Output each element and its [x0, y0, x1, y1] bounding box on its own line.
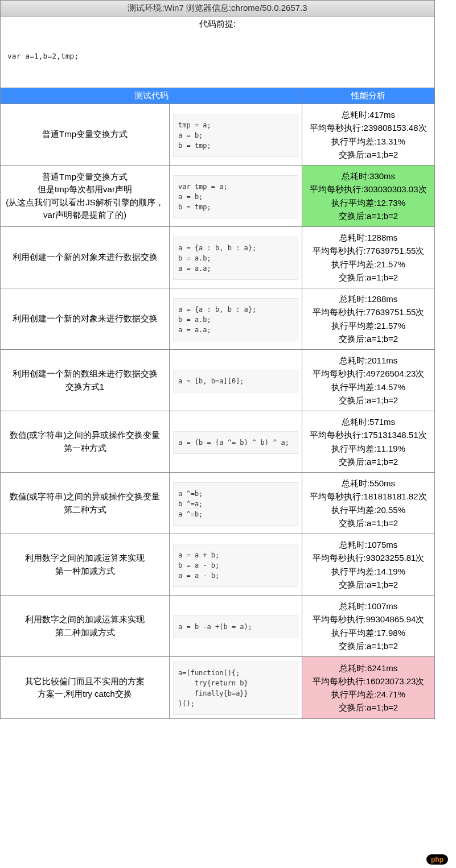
perf-after: 交换后:a=1;b=2 — [339, 516, 398, 530]
perf-per_sec: 平均每秒执行:16023073.23次 — [313, 675, 425, 688]
perf-per_sec: 平均每秒执行:303030303.03次 — [310, 183, 426, 196]
perf-cell: 总耗时:1075ms平均每秒执行:93023255.81次执行平均差:14.19… — [302, 534, 434, 595]
perf-avg_diff: 执行平均差:21.57% — [331, 319, 405, 332]
code-snippet: a = b -a +(b = a); — [173, 615, 298, 638]
code-cell: a = a + b; b = a - b; a = a - b; — [170, 534, 302, 595]
table-row: 普通Tmp变量交换方式tmp = a; a = b; b = tmp;总耗时:4… — [1, 104, 434, 166]
code-snippet: tmp = a; a = b; b = tmp; — [173, 114, 298, 157]
perf-after: 交换后:a=1;b=2 — [339, 578, 398, 591]
table-row: 普通Tmp变量交换方式 但是tmp每次都用var声明 (从这点我们可以看出JS解… — [1, 166, 434, 227]
perf-cell: 总耗时:417ms平均每秒执行:239808153.48次执行平均差:13.31… — [302, 104, 434, 165]
perf-cell: 总耗时:2011ms平均每秒执行:49726504.23次执行平均差:14.57… — [302, 350, 434, 411]
method-name: 数值(或字符串)之间的异或操作交换变量 第二种方式 — [1, 473, 170, 534]
perf-per_sec: 平均每秒执行:181818181.82次 — [310, 490, 426, 503]
code-snippet: a = {a : b, b : a}; b = a.b; a = a.a; — [173, 237, 298, 280]
method-name: 普通Tmp变量交换方式 但是tmp每次都用var声明 (从这点我们可以看出JS解… — [1, 166, 170, 226]
table-row: 利用创建一个新的对象来进行数据交换a = {a : b, b : a}; b =… — [1, 288, 434, 350]
perf-total: 总耗时:550ms — [342, 477, 395, 490]
method-name: 利用创建一个新的对象来进行数据交换 — [1, 288, 170, 349]
perf-total: 总耗时:1288ms — [339, 292, 398, 305]
perf-after: 交换后:a=1;b=2 — [339, 271, 398, 284]
environment-bar: 测试环境:Win7 浏览器信息:chrome/50.0.2657.3 — [1, 1, 434, 16]
perf-after: 交换后:a=1;b=2 — [339, 639, 398, 652]
table-row: 数值(或字符串)之间的异或操作交换变量 第二种方式a ^=b; b ^=a; a… — [1, 473, 434, 534]
code-cell: a = b -a +(b = a); — [170, 596, 302, 656]
code-cell: a = {a : b, b : a}; b = a.b; a = a.a; — [170, 288, 302, 349]
table-row: 数值(或字符串)之间的异或操作交换变量 第一种方式a = (b = (a ^= … — [1, 411, 434, 473]
perf-cell: 总耗时:571ms平均每秒执行:175131348.51次执行平均差:11.19… — [302, 411, 434, 472]
table-row: 利用创建一个新的对象来进行数据交换a = {a : b, b : a}; b =… — [1, 227, 434, 288]
perf-cell: 总耗时:6241ms平均每秒执行:16023073.23次执行平均差:24.71… — [302, 657, 434, 718]
premise-label: 代码前提: — [1, 16, 434, 31]
perf-avg_diff: 执行平均差:17.98% — [331, 626, 405, 639]
perf-total: 总耗时:417ms — [342, 108, 395, 121]
perf-per_sec: 平均每秒执行:77639751.55次 — [313, 244, 425, 257]
perf-total: 总耗时:1288ms — [339, 231, 398, 244]
perf-total: 总耗时:1075ms — [339, 538, 398, 551]
perf-avg_diff: 执行平均差:12.73% — [331, 196, 405, 209]
perf-avg_diff: 执行平均差:24.71% — [331, 688, 405, 701]
code-snippet: a=(function(){; try{return b} finally{b=… — [173, 662, 298, 715]
code-snippet: a = (b = (a ^= b) ^ b) ^ a; — [173, 431, 298, 454]
perf-avg_diff: 执行平均差:13.31% — [331, 135, 405, 148]
perf-after: 交换后:a=1;b=2 — [339, 209, 398, 222]
perf-cell: 总耗时:330ms平均每秒执行:303030303.03次执行平均差:12.73… — [302, 166, 434, 226]
code-cell: a = [b, b=a][0]; — [170, 350, 302, 411]
code-cell: a = (b = (a ^= b) ^ b) ^ a; — [170, 411, 302, 472]
method-name: 利用创建一个新的数组来进行数据交换 交换方式1 — [1, 350, 170, 411]
premise-code: var a=1,b=2,tmp; — [1, 31, 434, 88]
perf-per_sec: 平均每秒执行:175131348.51次 — [310, 428, 426, 441]
method-name: 利用数字之间的加减运算来实现 第一种加减方式 — [1, 534, 170, 595]
header-perf: 性能分析 — [302, 88, 434, 104]
code-snippet: a = a + b; b = a - b; a = a - b; — [173, 544, 298, 587]
perf-avg_diff: 执行平均差:11.19% — [331, 442, 405, 455]
rows-container: 普通Tmp变量交换方式tmp = a; a = b; b = tmp;总耗时:4… — [1, 104, 434, 719]
method-name: 其它比较偏门而且不实用的方案 方案一,利用try catch交换 — [1, 657, 170, 718]
perf-after: 交换后:a=1;b=2 — [339, 455, 398, 468]
code-cell: var tmp = a; a = b; b = tmp; — [170, 166, 302, 226]
perf-per_sec: 平均每秒执行:49726504.23次 — [313, 367, 425, 380]
code-snippet: a ^=b; b ^=a; a ^=b; — [173, 482, 298, 526]
perf-after: 交换后:a=1;b=2 — [339, 332, 398, 345]
code-cell: a = {a : b, b : a}; b = a.b; a = a.a; — [170, 227, 302, 288]
benchmark-table: 测试环境:Win7 浏览器信息:chrome/50.0.2657.3 代码前提:… — [0, 0, 435, 719]
method-name: 利用数字之间的加减运算来实现 第二种加减方式 — [1, 596, 170, 656]
code-cell: a=(function(){; try{return b} finally{b=… — [170, 657, 302, 718]
perf-cell: 总耗时:1288ms平均每秒执行:77639751.55次执行平均差:21.57… — [302, 227, 434, 288]
code-cell: a ^=b; b ^=a; a ^=b; — [170, 473, 302, 534]
perf-cell: 总耗时:550ms平均每秒执行:181818181.82次执行平均差:20.55… — [302, 473, 434, 534]
code-snippet: var tmp = a; a = b; b = tmp; — [173, 175, 298, 218]
method-name: 普通Tmp变量交换方式 — [1, 104, 170, 165]
perf-per_sec: 平均每秒执行:93023255.81次 — [313, 551, 425, 564]
perf-per_sec: 平均每秒执行:99304865.94次 — [313, 613, 425, 626]
perf-total: 总耗时:1007ms — [339, 600, 398, 613]
perf-per_sec: 平均每秒执行:239808153.48次 — [310, 121, 426, 134]
table-row: 利用数字之间的加减运算来实现 第二种加减方式a = b -a +(b = a);… — [1, 596, 434, 657]
perf-after: 交换后:a=1;b=2 — [339, 394, 398, 407]
code-cell: tmp = a; a = b; b = tmp; — [170, 104, 302, 165]
perf-total: 总耗时:6241ms — [339, 662, 398, 675]
header-code: 测试代码 — [1, 88, 302, 104]
perf-avg_diff: 执行平均差:21.57% — [331, 258, 405, 271]
table-row: 利用数字之间的加减运算来实现 第一种加减方式a = a + b; b = a -… — [1, 534, 434, 596]
perf-after: 交换后:a=1;b=2 — [339, 148, 398, 161]
table-row: 利用创建一个新的数组来进行数据交换 交换方式1a = [b, b=a][0];总… — [1, 350, 434, 411]
perf-avg_diff: 执行平均差:20.55% — [331, 503, 405, 516]
perf-total: 总耗时:571ms — [342, 415, 395, 428]
code-snippet: a = {a : b, b : a}; b = a.b; a = a.a; — [173, 298, 298, 341]
perf-total: 总耗时:330ms — [342, 170, 395, 183]
perf-avg_diff: 执行平均差:14.57% — [331, 381, 405, 394]
perf-after: 交换后:a=1;b=2 — [339, 701, 398, 714]
header-row: 测试代码 性能分析 — [1, 88, 434, 104]
method-name: 数值(或字符串)之间的异或操作交换变量 第一种方式 — [1, 411, 170, 472]
code-snippet: a = [b, b=a][0]; — [173, 370, 298, 392]
method-name: 利用创建一个新的对象来进行数据交换 — [1, 227, 170, 288]
table-row: 其它比较偏门而且不实用的方案 方案一,利用try catch交换a=(funct… — [1, 657, 434, 719]
perf-cell: 总耗时:1007ms平均每秒执行:99304865.94次执行平均差:17.98… — [302, 596, 434, 656]
perf-avg_diff: 执行平均差:14.19% — [331, 565, 405, 578]
perf-per_sec: 平均每秒执行:77639751.55次 — [313, 305, 425, 319]
perf-total: 总耗时:2011ms — [339, 354, 398, 367]
perf-cell: 总耗时:1288ms平均每秒执行:77639751.55次执行平均差:21.57… — [302, 288, 434, 349]
